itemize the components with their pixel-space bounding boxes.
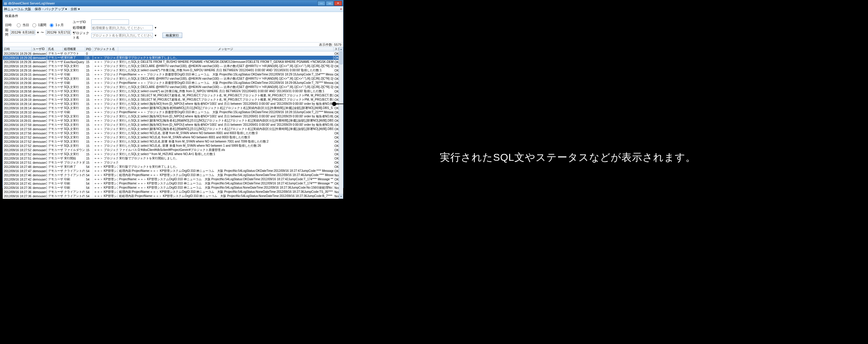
table-row[interactable]: 2012/09/16 18:27:36demouser3デモユーザ3クライアント… bbox=[3, 194, 343, 198]
panel-close-icon[interactable]: × bbox=[340, 7, 342, 11]
table-row[interactable]: 2012/09/16 18:27:52demouser3デモユーザ3SQL文実行… bbox=[3, 140, 343, 144]
table-row[interactable]: 2012/09/16 18:29:06demouser3デモユーザ3印刷15＝＝… bbox=[3, 81, 343, 85]
dropdown-icon[interactable]: ▾ bbox=[155, 26, 156, 30]
table-row[interactable]: 2012/09/16 18:27:59demouser3デモユーザ3SQL文実行… bbox=[3, 123, 343, 127]
cell-dt: 2012/09/16 18:29:26 bbox=[3, 60, 32, 64]
table-row[interactable]: 2012/09/16 18:29:16demouser3デモユーザ3SQL文実行… bbox=[3, 68, 343, 73]
table-row[interactable]: 2012/09/16 18:29:26demouser3デモユーザ3ExecNo… bbox=[3, 60, 343, 64]
cell-un: デモユーザ3 bbox=[47, 185, 63, 190]
col-username[interactable]: 氏名 bbox=[47, 47, 63, 52]
scroll-up-icon[interactable]: ▲ bbox=[339, 47, 343, 52]
cell-msg: 実行したSQL文:DELETE FROM T_BUSHO WHERE PGNAM… bbox=[118, 60, 333, 64]
cell-uid: demouser3 bbox=[32, 173, 47, 177]
cell-uid: demouser3 bbox=[32, 131, 47, 135]
cell-pn: ＝＝＞ プロジェクト原価… bbox=[93, 148, 118, 152]
vertical-scrollbar[interactable]: ▲ ▼ bbox=[339, 51, 343, 199]
col-operation[interactable]: 処理概要 bbox=[63, 47, 85, 52]
maximize-button[interactable]: ▭ bbox=[326, 1, 334, 6]
table-row[interactable]: 2012/09/16 18:27:52demouser3デモユーザ3SQL文実行… bbox=[3, 144, 343, 148]
cell-dt: 2012/09/16 18:27:56 bbox=[3, 131, 32, 135]
scroll-thumb[interactable] bbox=[340, 52, 343, 64]
cell-msg: 実行したSQL文:DECLARE @HIRITU varchar(100), @… bbox=[118, 64, 333, 68]
table-row[interactable]: 2012/09/16 18:27:42demouser3デモユーザ3印刷54＝＝… bbox=[3, 177, 343, 181]
radio-week[interactable]: 1週間 bbox=[31, 23, 46, 27]
cell-pid: 15 bbox=[85, 123, 93, 127]
cell-pn: ＝＝＞ KP管理システム… bbox=[93, 165, 118, 169]
table-row[interactable]: 2012/09/16 18:27:52demouser3デモユーザ3SQL文実行… bbox=[3, 135, 343, 140]
table-row[interactable]: 2012/09/16 18:28:58demouser3デモユーザ3SQL文実行… bbox=[3, 89, 343, 93]
menu-item-org[interactable]: 神ニューコム 大阪 bbox=[4, 7, 31, 11]
cell-pn: ＝＝＞ プロジェクト原価… bbox=[93, 127, 118, 131]
radio-month[interactable]: 1ヶ月 bbox=[48, 23, 64, 27]
cell-msg: 実行したSQL文:select [報告NO] from [D_NIPOU] wh… bbox=[118, 114, 333, 119]
cell-pn: ＝＝＞ プロジェクト原価… bbox=[93, 119, 118, 123]
table-row[interactable]: 2012/09/16 18:27:31demouser3デモユーザ3スクリーン制… bbox=[3, 198, 343, 199]
cell-pid: 15 bbox=[85, 56, 93, 60]
userid-input[interactable] bbox=[91, 20, 129, 25]
cell-op: SQL文実行 bbox=[63, 64, 85, 68]
col-userid[interactable]: ユーザID bbox=[32, 47, 47, 52]
table-row[interactable]: 2012/09/16 18:28:41demouser3デモユーザ3SQL文実行… bbox=[3, 93, 343, 97]
table-row[interactable]: 2012/09/16 18:28:10demouser3デモユーザ3印刷15＝＝… bbox=[3, 110, 343, 114]
table-row[interactable]: 2012/09/16 18:27:36demouser3デモユーザ3クライアント… bbox=[3, 190, 343, 194]
scroll-down-icon[interactable]: ▼ bbox=[339, 194, 343, 199]
col-project[interactable]: プロジェクト名 bbox=[93, 47, 118, 52]
cell-un: デモユーザ3 bbox=[47, 102, 63, 106]
table-row[interactable]: 2012/09/16 18:29:16demouser3デモユーザ3SQL文実行… bbox=[3, 64, 343, 68]
table-row[interactable]: 2012/09/16 18:28:14demouser3デモユーザ3SQL文実行… bbox=[3, 102, 343, 106]
menu-item-save[interactable]: 保存・バックアップ ▾ bbox=[35, 7, 67, 11]
table-header-row[interactable]: 日時 ユーザID 氏名 処理概要 PID プロジェクト名 メッセージ ステータス bbox=[3, 47, 343, 52]
table-row[interactable]: 2012/09/16 18:27:59demouser3デモユーザ3SQL文実行… bbox=[3, 127, 343, 131]
table-row[interactable]: 2012/09/16 18:27:48demouser3デモユーザ3実行終了54… bbox=[3, 165, 343, 169]
table-row[interactable]: 2012/09/16 18:29:26demouser3デモユーザ3ログアウト0… bbox=[3, 52, 343, 56]
table-row[interactable]: 2012/09/16 18:29:26demouser3デモユーザ3実行終了15… bbox=[3, 56, 343, 60]
cell-msg: 実行したSQL文:DECLARE @HIRITU varchar(100), @… bbox=[118, 77, 333, 81]
cell-dt: 2012/09/16 18:27:36 bbox=[3, 194, 32, 198]
cell-pn: ＝＝＞ プロジェクト原価… bbox=[93, 85, 118, 89]
table-row[interactable]: 2012/09/16 18:28:01demouser3デモユーザ3SQL文実行… bbox=[3, 119, 343, 123]
cell-un: デモユーザ3 bbox=[47, 93, 63, 97]
date-to-input[interactable] bbox=[46, 30, 71, 35]
table-row[interactable]: 2012/09/16 18:29:10demouser3デモユーザ3SQL文実行… bbox=[3, 77, 343, 81]
titlebar[interactable]: ▤ dbSheetClient ServerLogViewer — ▭ ✕ bbox=[3, 0, 343, 6]
cell-pid: 15 bbox=[85, 148, 93, 152]
cell-pid: 15 bbox=[85, 152, 93, 156]
cell-dt: 2012/09/16 18:27:51 bbox=[3, 161, 32, 165]
table-row[interactable]: 2012/09/16 18:27:56demouser3デモユーザ3SQL文実行… bbox=[3, 131, 343, 135]
close-button[interactable]: ✕ bbox=[334, 1, 342, 6]
cell-msg: 実行したSQL文:select * from M_HIZUKE where NO… bbox=[118, 152, 333, 156]
app-icon: ▤ bbox=[4, 1, 7, 5]
table-row[interactable]: 2012/09/16 18:28:01demouser3デモユーザ3SQL文実行… bbox=[3, 114, 343, 119]
table-row[interactable]: 2012/09/16 18:27:47demouser3デモユーザ3クライアント… bbox=[3, 169, 343, 173]
table-row[interactable]: 2012/09/16 18:27:52demouser3デモユーザ3SQL文実行… bbox=[3, 152, 343, 156]
menu-item-analyze[interactable]: 分析 ▾ bbox=[71, 7, 80, 11]
cell-msg: 実行したSQL文:SELECT M_PROJECT.顧客名, M_PROJECT… bbox=[118, 97, 333, 102]
table-row[interactable]: 2012/09/16 18:27:41demouser3デモユーザ3印刷54＝＝… bbox=[3, 181, 343, 185]
dropdown-icon[interactable]: ▾ bbox=[37, 31, 39, 34]
proj-select[interactable] bbox=[91, 33, 153, 38]
table-row[interactable]: 2012/09/16 18:27:52demouser3デモユーザ3ファイルダウ… bbox=[3, 148, 343, 152]
table-row[interactable]: 2012/09/16 18:28:19demouser3デモユーザ3SQL文実行… bbox=[3, 97, 343, 102]
minimize-button[interactable]: — bbox=[317, 1, 325, 6]
col-message[interactable]: メッセージ bbox=[118, 47, 333, 52]
cell-pn bbox=[93, 52, 118, 56]
table-row[interactable]: 2012/09/16 18:28:58demouser3デモユーザ3SQL文実行… bbox=[3, 85, 343, 89]
table-row[interactable]: 2012/09/16 18:27:46demouser3デモユーザ3クライアント… bbox=[3, 173, 343, 177]
table-row[interactable]: 2012/09/16 18:28:14demouser3デモユーザ3SQL文実行… bbox=[3, 106, 343, 110]
cell-pn: ＝＝＞ プロジェクト原価… bbox=[93, 131, 118, 135]
cell-dt: 2012/09/16 18:27:41 bbox=[3, 181, 32, 185]
cell-pid: 15 bbox=[85, 119, 93, 123]
col-pid[interactable]: PID bbox=[85, 47, 93, 52]
table-row[interactable]: 2012/09/16 18:29:15demouser3デモユーザ3印刷15＝＝… bbox=[3, 73, 343, 77]
date-from-input[interactable] bbox=[10, 30, 35, 35]
col-datetime[interactable]: 日時 bbox=[3, 47, 32, 52]
cell-msg: ProjectName:＝＝＞ プロジェクト原価管理OrgID:310 神ニュー… bbox=[118, 81, 333, 85]
table-row[interactable]: 2012/09/16 18:27:51demouser3デモユーザ3プロジェクト… bbox=[3, 161, 343, 165]
cell-uid: demouser3 bbox=[32, 169, 47, 173]
dropdown-icon[interactable]: ▾ bbox=[155, 33, 156, 37]
table-row[interactable]: 2012/09/16 18:27:36demouser3デモユーザ3印刷54＝＝… bbox=[3, 185, 343, 190]
op-select[interactable] bbox=[91, 25, 153, 30]
search-button[interactable]: 検索実行 bbox=[162, 33, 182, 38]
table-row[interactable]: 2012/09/16 18:27:51demouser3デモユーザ3実行開始15… bbox=[3, 156, 343, 161]
radio-today[interactable]: 当日 bbox=[15, 23, 29, 27]
